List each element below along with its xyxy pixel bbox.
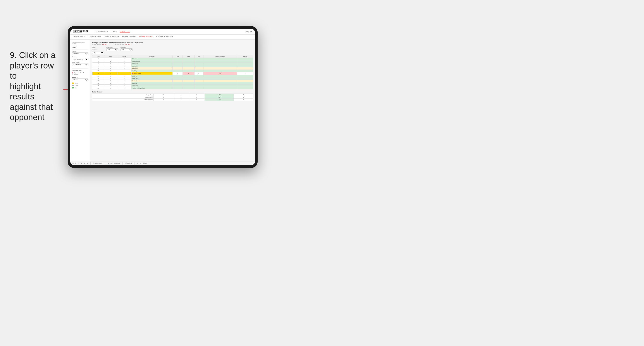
opponent-select[interactable]: (All) [120, 48, 132, 51]
sign-out[interactable]: | Sign out [246, 31, 252, 32]
legend-down: Down [72, 82, 88, 84]
nav-links: TOURNAMENTS TEAMS COMMITTEE [95, 30, 130, 33]
filter-selects: Opponents: (All) [92, 48, 104, 54]
toolbar-sep-2 [105, 163, 105, 165]
colour-by-title: Colour by [72, 77, 88, 78]
opponent-filter-group: Opponent (All) [120, 47, 132, 54]
tablet-screen: SCOREBOARD Powered by clippd TOURNAMENTS… [70, 29, 255, 165]
region-select[interactable]: (All) [92, 51, 104, 54]
out-div-row-naia1[interactable]: NAIA Division 1 15 0 0 9.267 30 [92, 96, 253, 99]
top-100-option[interactable]: Top 100 [72, 74, 88, 75]
sidebar-player-rank-label: Player (Rank) [72, 62, 88, 63]
undo-button[interactable]: ↩ [72, 163, 74, 164]
sidebar-player-section: Player [72, 46, 88, 48]
sub-nav-team-h2h-heatmap[interactable]: TEAM H2H HEATMAP [104, 36, 119, 38]
opponents-played-radio [72, 72, 73, 73]
toolbar-sep-4 [134, 163, 134, 165]
opponents-played-option[interactable]: Opponents Played [72, 72, 88, 73]
legend-up-circle [72, 87, 74, 89]
sub-nav-team-summary[interactable]: TEAM SUMMARY [73, 36, 86, 38]
instruction-line2: player's row to [10, 61, 54, 81]
view-original-button[interactable]: 👁 View: Original [93, 163, 102, 164]
top-100-radio [72, 74, 73, 75]
table-row[interactable]: 1585 Stella Cheng [92, 77, 253, 80]
out-of-division-table: Foreign Team 1 0 0 4.500 2 NAIA Division… [92, 94, 253, 101]
save-custom-button[interactable]: 💾 Save Custom View [108, 163, 120, 164]
opponents-label: Opponents: [92, 48, 104, 50]
instruction-line4: against that [10, 102, 52, 112]
grid-button[interactable]: ⊞ [137, 163, 138, 164]
th-rounds: Rounds [237, 55, 253, 58]
sub-nav-player-h2h-grid[interactable]: PLAYER H2H GRID [139, 36, 153, 38]
grid-panel: Katelyn Vo Head-to-Head Grid for Women's… [90, 40, 255, 162]
out-of-division-title: Out of division [92, 91, 253, 93]
logo-sub: Powered by clippd [73, 32, 89, 33]
toolbar: ↩ ↪ ↷ ⊞ ⊕ ⟳ 👁 View: Original 💾 Save Cust… [70, 162, 255, 165]
legend-up-label: Up [75, 87, 76, 88]
table-row[interactable]: 1822 Euna Lee [92, 82, 253, 85]
refresh-button[interactable]: ⟳ [87, 163, 88, 164]
table-row[interactable]: 1474 Eunice Yi [92, 75, 253, 77]
watch-button[interactable]: 👁 Watch ▾ [125, 163, 132, 164]
table-row[interactable]: 1691 Jessica Mason [92, 80, 253, 82]
region-label: Region [92, 47, 104, 48]
share-button[interactable]: ↗ Share [143, 163, 148, 164]
some-button2[interactable]: ⊕ [84, 163, 85, 164]
opponents-played-label: Opponents Played [74, 72, 84, 73]
out-div-row-foreign[interactable]: Foreign Team 1 0 0 4.500 2 [92, 94, 253, 96]
sidebar-division-select[interactable]: NCAA Division III [72, 58, 88, 60]
legend-down-label: Down [75, 83, 78, 84]
main-content: Last Updated: 27/03/202416:55:38 Player … [70, 40, 255, 162]
table-row[interactable]: 522 Alexis Sudjianto [92, 60, 253, 63]
table-row[interactable]: 613 Sydney Kuo [92, 63, 253, 65]
toolbar-sep-3 [122, 163, 123, 165]
legend-up: Up [72, 87, 88, 89]
redo-button[interactable]: ↪ [75, 163, 76, 164]
opponents-filter: Opponents: (All) [92, 48, 104, 54]
th-reg: # Reg [104, 55, 117, 58]
sub-nav-player-h2h-heatmap[interactable]: PLAYER H2H HEATMAP [156, 36, 173, 38]
conference-label: Conference [106, 47, 118, 48]
division-record-label: Division Record: 331 - 34 - 6 [115, 44, 132, 45]
nav-committee[interactable]: COMMITTEE [120, 30, 130, 33]
sidebar-division-label: Division [72, 56, 88, 58]
table-row[interactable]: 31 Esther Lee [92, 58, 253, 60]
instruction-line3: highlight results [10, 82, 41, 101]
fullscreen-button[interactable]: ⤢ [140, 163, 141, 164]
some-button[interactable]: ⊞ [81, 163, 82, 164]
sidebar-gender-select[interactable]: Women's [72, 52, 88, 55]
sub-nav-team-h2h-grid[interactable]: TEAM H2H GRID [89, 36, 101, 38]
th-diff: Diff Av Strokes/Rnd [203, 55, 237, 58]
table-row[interactable]: 20117 Federica Domecq Lacroze [92, 87, 253, 89]
nav-tournaments[interactable]: TOURNAMENTS [95, 30, 108, 33]
instruction-line5: opponent [10, 113, 44, 122]
conference-select[interactable]: (All) [106, 48, 118, 51]
instruction-text: 9. Click on a player's row to highlight … [10, 50, 62, 123]
out-div-row-ncaa2[interactable]: NCAA Division 2 5 0 0 7.400 10 [92, 99, 253, 101]
nav-teams[interactable]: TEAMS [111, 30, 116, 33]
step-number: 9. [10, 51, 17, 60]
table-row[interactable]: 19106 Emily Chang [92, 85, 253, 87]
sidebar-player-rank-select[interactable]: 8. Katelyn Vo [72, 63, 88, 66]
th-opponent: Opponent [131, 55, 172, 58]
overall-record-label: Overall Record: 353 - 34 - 6 [92, 44, 108, 45]
legend-down-circle [72, 82, 74, 84]
th-conf: # Conf [117, 55, 131, 58]
selected-row-arrow [132, 73, 134, 74]
forward-button[interactable]: ↷ [78, 163, 79, 164]
table-row[interactable]: 113 HeeJo Hyun [92, 70, 253, 72]
conference-filter-group: Conference (All) [106, 47, 118, 54]
tablet-frame: SCOREBOARD Powered by clippd TOURNAMENTS… [68, 26, 258, 168]
save-icon: 💾 [108, 163, 109, 164]
table-row[interactable]: 1063 Andrea York [92, 67, 253, 70]
sub-nav-player-summary[interactable]: PLAYER SUMMARY [122, 36, 136, 38]
colour-by-select[interactable]: Win/loss [72, 78, 88, 81]
filter-area: Region Opponents: (All) Conference [92, 47, 253, 54]
opponent-filter-label: Opponent [120, 47, 132, 48]
watch-icon: 👁 [125, 163, 126, 164]
selected-player-row[interactable]: 13 1 Jessica Huang 0 1 0 -3.00 2 [92, 72, 253, 75]
instruction-line1: Click on a [19, 51, 56, 60]
table-row[interactable]: 914 Sharon Mun [92, 65, 253, 67]
sidebar-gender-label: Gender [72, 51, 88, 52]
share-icon: ↗ [143, 163, 144, 164]
